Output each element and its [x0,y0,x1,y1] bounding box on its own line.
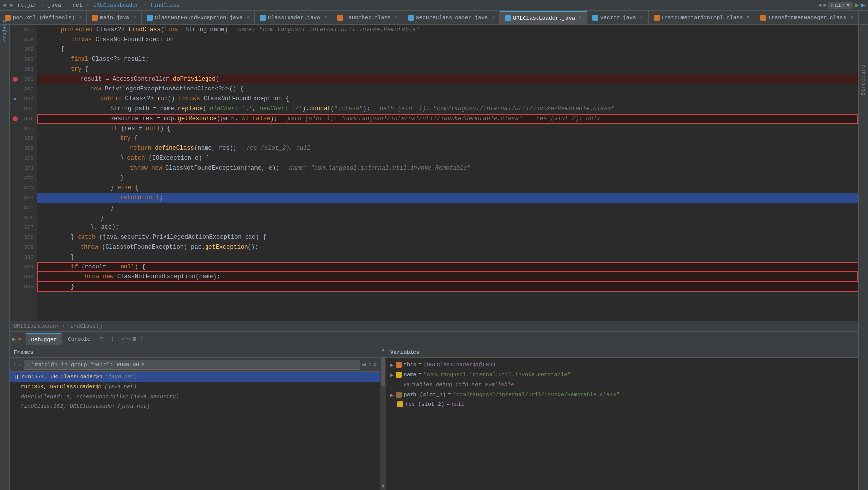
frame-item-2[interactable]: doPrivileged:-1, AccessController (java.… [10,392,380,401]
tab-instrumentation[interactable]: InstrumentationImpl.class × [649,11,755,24]
code-line-362: result = AccessController.doPrivileged( [37,74,858,84]
frames-thread-label: "main"@1 in group "main": RUNNING [32,362,139,368]
frames-scroll-thumb[interactable] [381,356,385,386]
tab-close-classloader[interactable]: × [324,15,327,20]
sidebar-project-btn[interactable]: Project [1,27,9,35]
tab-main[interactable]: main.java × [87,11,141,24]
editor[interactable]: 357 358 359 360 361 362 363 ▶ 364 365 [10,25,858,321]
code-line-378: } catch (java.security.PrivilegedActionE… [37,232,858,242]
var-debug-info: Variables debug info not available [386,380,858,390]
tab-icon-launcher [337,15,343,21]
breadcrumb-method: findClass() [67,323,103,329]
debug-tab-debugger[interactable]: Debugger [26,333,62,345]
run-config[interactable]: main ▼ [828,2,853,9]
var-icon-res [397,401,403,407]
tab-classloader[interactable]: ClassLoader.java × [255,11,332,24]
thread-status-icon: ✓ [26,361,30,368]
var-debug-label: Variables debug info not available [403,382,514,388]
nav-fwd2[interactable]: ▶ [823,2,827,8]
code-line-359: { [37,45,858,54]
tab-urlclassloader[interactable]: URLClassLoader.java × [500,11,587,24]
tab-close-transformer[interactable]: × [850,15,853,20]
code-line-370: } catch (IOException e) { [37,153,858,163]
debug-toolbar-frames-icon[interactable]: ▦ [133,335,136,343]
var-name[interactable]: ▶ name = "com.tangosol.internal.util.inv… [386,370,858,380]
tab-secure[interactable]: SecureClassLoader.java × [403,11,500,24]
tab-vector[interactable]: Vector.java × [587,11,649,24]
frames-scrollbar[interactable]: ▲ ▼ [380,346,386,490]
frames-filter-btn[interactable]: ⊞ [362,361,366,368]
debug-run-button[interactable]: ▶ [861,1,865,9]
debug-tabs: ▶ ■ Debugger Console ≡ ↑ ↓ ↕ ↩ ↪ ▦ ⋮ [10,332,858,346]
frames-down-btn[interactable]: ↓ [18,361,22,368]
frames-thread-combo[interactable]: ✓ "main"@1 in group "main": RUNNING ▼ [24,360,360,370]
code-line-360: final Class<?> result; [37,54,858,64]
var-this[interactable]: ▶ this = (URLClassLoader$1@689) [386,360,858,370]
tab-icon-main [92,15,98,21]
breadcrumb-net: net [72,2,82,8]
breakpoint-366[interactable] [13,116,18,121]
main-layout: Project 357 358 359 360 361 362 [0,25,868,490]
frames-sort-btn[interactable]: ↕ [368,361,372,368]
frame-item-3[interactable]: findClass:362, URLClassLoader (java.net) [10,401,380,411]
var-path[interactable]: ▶ path (slot_1) = "com/tangosol/internal… [386,390,858,400]
frames-settings-btn[interactable]: ⚙ [373,361,377,368]
tab-label-launcher: Launcher.class [345,15,391,21]
debug-resume-btn[interactable]: ▶ [12,335,16,343]
breadcrumb-rt: rt.jar [17,2,37,8]
tab-pom[interactable]: pom.xml (definecls) × [0,11,87,24]
tab-close-main[interactable]: × [133,15,136,20]
code-line-361: try { [37,64,858,74]
tab-icon-instrumentation [654,15,660,21]
line-357-gutter: 357 [10,25,37,35]
run-button[interactable]: ▶ [855,1,859,9]
tab-close-pom[interactable]: × [79,15,82,20]
nav-back2[interactable]: ◀ [818,2,822,8]
tab-close-cnfe[interactable]: × [247,15,249,20]
tab-close-instrumentation[interactable]: × [747,15,750,20]
structure-label: Structure [861,64,866,95]
tab-icon-vector [592,15,598,21]
debug-tab-console[interactable]: Console [63,333,95,345]
debug-stop-btn[interactable]: ■ [18,336,21,342]
tab-transformer[interactable]: TransformerManager.class × [755,11,859,24]
tab-close-urlclassloader[interactable]: × [579,15,582,21]
var-res[interactable]: res (slot_2) = null [386,400,858,409]
code-line-372: } [37,173,858,183]
frames-list: ⏸ run:374, URLClassLoader$1 (java.net) r… [10,372,380,490]
code-line-381: if (result == null) { [37,262,858,272]
debug-toolbar-stepinto-icon[interactable]: ↩ [122,335,125,343]
debug-toolbar-stepover-icon[interactable]: ↕ [116,336,120,343]
debug-current-arrow: ▶ [14,96,17,102]
forward-button[interactable]: ▶ [10,2,14,8]
tab-close-vector[interactable]: × [640,15,643,20]
variables-label: Variables [390,349,419,355]
tab-cnfe[interactable]: ClassNotFoundException.java × [142,11,255,24]
debug-toolbar-list-icon[interactable]: ≡ [99,336,103,343]
frame-item-0[interactable]: ⏸ run:374, URLClassLoader$1 (java.net) [10,372,380,382]
tab-label-main: main.java [100,15,129,21]
breadcrumb-findclass: findClass [150,2,179,8]
tab-bar: pom.xml (definecls) × main.java × ClassN… [0,11,868,25]
variables-list: ▶ this = (URLClassLoader$1@689) ▶ name [386,358,858,490]
frames-up-btn[interactable]: ↑ [13,361,16,368]
variables-header: Variables [386,346,858,358]
code-line-376: } [37,213,858,223]
tab-icon-cnfe [147,15,153,21]
code-line-367: if (res ≠ null) { [37,124,858,134]
breakpoint-362[interactable] [13,77,18,82]
back-button[interactable]: ◀ [3,2,6,8]
var-icon-path [396,392,402,398]
tab-close-launcher[interactable]: × [395,15,398,20]
frame-item-1[interactable]: run:363, URLClassLoader$1 (java.net) [10,382,380,392]
debug-toolbar-down-icon[interactable]: ↓ [111,336,114,343]
code-line-374: return null; [37,193,858,203]
tab-close-secure[interactable]: × [492,15,495,20]
debug-panel: ▶ ■ Debugger Console ≡ ↑ ↓ ↕ ↩ ↪ ▦ ⋮ [10,332,858,490]
debug-toolbar-more-icon[interactable]: ⋮ [138,335,144,343]
debug-toolbar-stepout-icon[interactable]: ↪ [127,335,131,343]
debug-toolbar-up-icon[interactable]: ↑ [105,336,109,343]
tab-label-instrumentation: InstrumentationImpl.class [661,15,743,21]
tab-launcher[interactable]: Launcher.class × [332,11,403,24]
left-sidebar: Project [0,25,10,490]
